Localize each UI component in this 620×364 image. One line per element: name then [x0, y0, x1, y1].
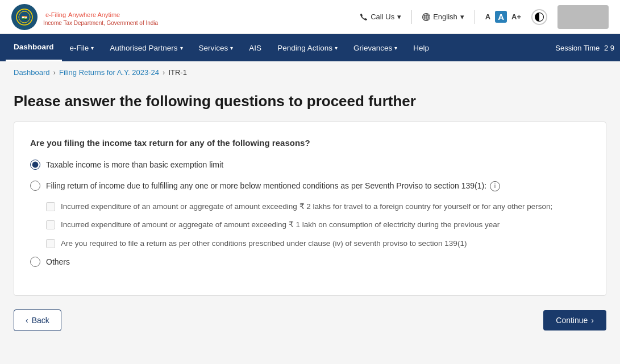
radio-option-2: Filing return of income due to fulfillin… — [30, 180, 590, 192]
logo: 🇮🇳 e-FilingAnywhere Anytime Income Tax D… — [11, 4, 158, 30]
checkbox-input-2[interactable] — [46, 220, 55, 229]
header-controls: Call Us ▾ English ▾ A A A+ — [360, 5, 609, 29]
checkbox-group: Incurred expenditure of an amount or agg… — [46, 201, 590, 249]
breadcrumb-sep1: › — [53, 68, 56, 77]
radio-option-1: Taxable income is more than basic exempt… — [30, 159, 590, 171]
divider2 — [475, 10, 475, 24]
back-button[interactable]: ‹ Back — [14, 309, 61, 331]
user-avatar[interactable] — [557, 5, 609, 29]
svg-text:🇮🇳: 🇮🇳 — [22, 15, 27, 20]
checkbox-label-2[interactable]: Incurred expenditure of amount or aggreg… — [61, 219, 500, 231]
back-arrow-icon: ‹ — [26, 316, 28, 325]
question-card: Are you filing the income tax return for… — [14, 122, 606, 296]
nav-item-efile[interactable]: e-File ▾ — [62, 34, 102, 61]
radio-label-1[interactable]: Taxable income is more than basic exempt… — [46, 159, 223, 171]
nav-item-services[interactable]: Services ▾ — [191, 34, 242, 61]
radio-input-2[interactable] — [30, 181, 40, 191]
language-caret: ▾ — [460, 12, 464, 21]
nav-label-services: Services — [199, 44, 228, 52]
radio-input-1[interactable] — [30, 160, 40, 170]
call-us-button[interactable]: Call Us ▾ — [360, 12, 401, 21]
font-medium-button[interactable]: A — [495, 11, 507, 23]
page-title: Please answer the following questions to… — [14, 93, 606, 110]
question-text: Are you filing the income tax return for… — [30, 138, 590, 148]
breadcrumb-filing-returns[interactable]: Filing Returns for A.Y. 2023-24 — [59, 68, 159, 77]
logo-text: e-FilingAnywhere Anytime Income Tax Depa… — [43, 8, 158, 26]
nav-label-authorised-partners: Authorised Partners — [110, 44, 177, 52]
navigation: Dashboard e-File ▾ Authorised Partners ▾… — [0, 34, 620, 61]
phone-icon — [360, 13, 368, 21]
footer-actions: ‹ Back Continue › — [14, 296, 606, 336]
radio-input-3[interactable] — [30, 257, 40, 267]
nav-item-help[interactable]: Help — [405, 34, 437, 61]
breadcrumb-sep2: › — [163, 68, 165, 77]
services-caret: ▾ — [230, 45, 233, 51]
breadcrumb-itr1: ITR-1 — [168, 68, 187, 77]
breadcrumb: Dashboard › Filing Returns for A.Y. 2023… — [0, 61, 620, 83]
nav-label-pending-actions: Pending Actions — [277, 44, 332, 52]
logo-subtitle: Income Tax Department, Government of Ind… — [43, 20, 158, 26]
pending-caret: ▾ — [335, 45, 338, 51]
partners-caret: ▾ — [180, 45, 183, 51]
logo-tagline: Anywhere Anytime — [68, 11, 120, 18]
continue-button[interactable]: Continue › — [543, 310, 606, 330]
checkbox-label-3[interactable]: Are you required to file a return as per… — [61, 238, 467, 249]
radio-label-2-text: Filing return of income due to fulfillin… — [46, 180, 486, 192]
session-value: 2 9 — [604, 44, 614, 52]
efile-caret: ▾ — [91, 45, 94, 51]
nav-item-ais[interactable]: AIS — [241, 34, 269, 61]
nav-item-grievances[interactable]: Grievances ▾ — [346, 34, 405, 61]
checkbox-option-2: Incurred expenditure of amount or aggreg… — [46, 219, 590, 231]
continue-arrow-icon: › — [591, 316, 594, 325]
radio-option-3: Others — [30, 256, 590, 268]
language-label: English — [433, 12, 457, 21]
nav-label-dashboard: Dashboard — [14, 43, 54, 51]
font-controls: A A A+ — [485, 11, 521, 23]
checkbox-input-1[interactable] — [46, 202, 55, 211]
call-us-label: Call Us — [371, 12, 394, 21]
nav-label-efile: e-File — [70, 44, 89, 52]
checkbox-option-3: Are you required to file a return as per… — [46, 238, 590, 249]
language-button[interactable]: English ▾ — [422, 12, 464, 21]
back-label: Back — [32, 316, 49, 325]
info-icon[interactable]: i — [490, 181, 500, 191]
nav-item-dashboard[interactable]: Dashboard — [6, 34, 62, 61]
contrast-icon — [535, 12, 544, 22]
breadcrumb-dashboard[interactable]: Dashboard — [14, 68, 50, 77]
checkbox-option-1: Incurred expenditure of an amount or agg… — [46, 201, 590, 212]
logo-emblem: 🇮🇳 — [11, 4, 38, 30]
checkbox-input-3[interactable] — [46, 239, 55, 248]
nav-label-grievances: Grievances — [353, 44, 392, 52]
contrast-button[interactable] — [531, 9, 547, 25]
session-label: Session Time — [555, 44, 600, 52]
nav-label-ais: AIS — [249, 44, 261, 52]
globe-icon — [422, 13, 430, 21]
nav-item-authorised-partners[interactable]: Authorised Partners ▾ — [102, 34, 190, 61]
divider — [411, 10, 412, 24]
logo-title: e-FilingAnywhere Anytime — [43, 8, 158, 20]
continue-label: Continue — [556, 316, 588, 325]
main-content: Please answer the following questions to… — [0, 93, 620, 353]
grievances-caret: ▾ — [394, 45, 397, 51]
logo-title-text: e-Filing — [45, 11, 66, 18]
header: 🇮🇳 e-FilingAnywhere Anytime Income Tax D… — [0, 0, 620, 34]
session-info: Session Time 2 9 — [555, 44, 614, 52]
radio-label-3[interactable]: Others — [46, 256, 70, 268]
font-large-button[interactable]: A+ — [511, 12, 521, 21]
checkbox-label-1[interactable]: Incurred expenditure of an amount or agg… — [61, 201, 552, 212]
nav-item-pending-actions[interactable]: Pending Actions ▾ — [269, 34, 346, 61]
nav-label-help: Help — [413, 44, 429, 52]
radio-label-2[interactable]: Filing return of income due to fulfillin… — [46, 180, 500, 192]
call-us-caret: ▾ — [397, 12, 401, 21]
font-small-button[interactable]: A — [485, 12, 490, 21]
